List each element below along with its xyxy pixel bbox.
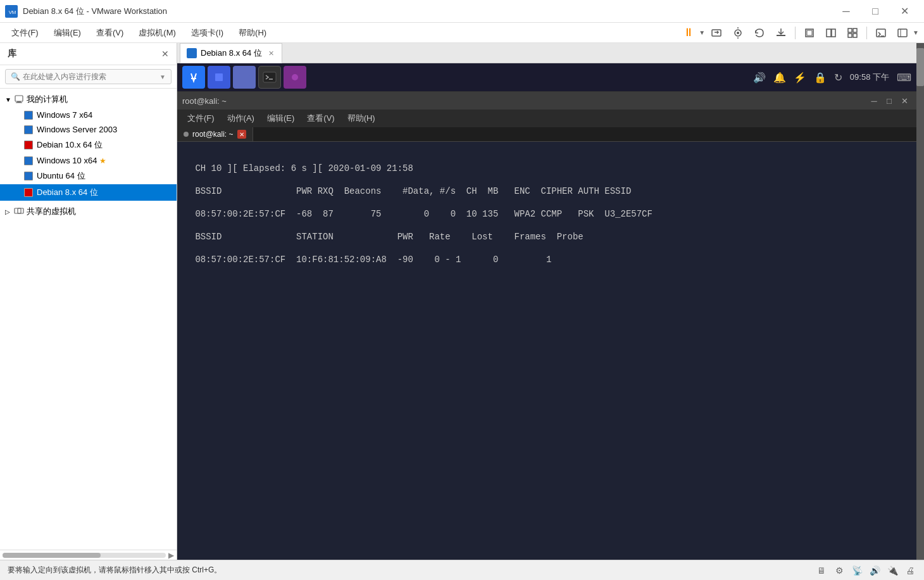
status-computer-icon[interactable]: 🖥	[815, 564, 828, 577]
terminal-menu-file[interactable]: 文件(F)	[182, 111, 220, 126]
view-mode-arrow[interactable]: ▼	[913, 29, 919, 36]
svg-rect-10	[827, 29, 831, 37]
status-settings-icon[interactable]: ⚙	[833, 564, 846, 577]
menu-help[interactable]: 帮助(H)	[232, 25, 273, 41]
revert-button[interactable]	[749, 24, 770, 42]
terminal-app-icon[interactable]	[258, 66, 281, 89]
split-view-button[interactable]	[821, 24, 841, 42]
expand-arrow: ▼	[5, 96, 14, 103]
terminal-window: root@kali: ~ ─ □ ✕ 文件(F) 动作(A) 编辑(E) 查看(…	[177, 92, 916, 560]
vm-tab-debian8[interactable]: Debian 8.x 64 位 ✕	[180, 43, 282, 63]
menu-view[interactable]: 查看(V)	[90, 25, 130, 41]
svg-rect-16	[877, 29, 885, 37]
menu-tabs[interactable]: 选项卡(I)	[185, 25, 230, 41]
sidebar-item-debian8[interactable]: Debian 8.x 64 位	[0, 184, 177, 201]
purple-app-icon[interactable]	[284, 66, 306, 89]
term-line-2: CH 10 ][ Elapsed: 6 s ][ 2020-01-09 21:5…	[190, 163, 904, 173]
vm-name: Debian 10.x 64 位	[37, 139, 103, 151]
sidebar-item-debian10[interactable]: Debian 10.x 64 位	[0, 137, 177, 153]
terminal-content[interactable]: CH 10 ][ Elapsed: 6 s ][ 2020-01-09 21:5…	[177, 142, 916, 560]
terminal-icon	[262, 70, 277, 85]
sidebar-item-my-computer[interactable]: ▼ 我的计算机	[0, 91, 177, 108]
close-button[interactable]: ✕	[890, 0, 919, 23]
status-bar-icons: 🖥 ⚙ 📡 🔊 🔌 🖨	[815, 564, 916, 577]
minimize-button[interactable]: ─	[832, 0, 861, 23]
search-dropdown-arrow[interactable]: ▼	[159, 73, 166, 80]
terminal-tab-1[interactable]: root@kali: ~ ✕	[177, 127, 253, 141]
download-button[interactable]	[771, 24, 791, 42]
folder-app-icon[interactable]	[233, 66, 256, 89]
vm-tab-bar: Debian 8.x 64 位 ✕	[177, 43, 916, 63]
snapshot-icon	[732, 27, 744, 39]
pause-arrow[interactable]: ▼	[699, 29, 705, 36]
sidebar-item-win10[interactable]: Windows 10 x64 ★	[0, 153, 177, 168]
blue-rect-app-icon[interactable]	[208, 66, 230, 89]
send-icon	[711, 27, 722, 39]
status-network-icon[interactable]: 📡	[851, 564, 863, 577]
search-input[interactable]	[23, 72, 159, 81]
vm-debian-icon	[24, 188, 33, 197]
lock-icon[interactable]: 🔒	[814, 72, 827, 84]
sidebar-scrollbar[interactable]: ▶	[0, 550, 177, 560]
terminal-tab-close-button[interactable]: ✕	[237, 130, 246, 139]
vm-ubuntu-icon	[24, 172, 33, 180]
terminal-menu-view[interactable]: 查看(V)	[302, 111, 339, 126]
svg-rect-14	[848, 34, 852, 37]
unity-icon	[847, 27, 858, 39]
terminal-menu: 文件(F) 动作(A) 编辑(E) 查看(V) 帮助(H)	[177, 110, 916, 127]
svg-point-31	[292, 74, 298, 80]
sidebar-item-shared-vms[interactable]: ▷ 共享的虚拟机	[0, 203, 177, 220]
volume-icon[interactable]: 🔊	[753, 72, 766, 84]
term-line-10: 08:57:00:2E:57:CF 10:F6:81:52:09:A8 -90 …	[190, 255, 904, 265]
status-usb-icon[interactable]: 🔌	[886, 564, 899, 577]
sidebar-item-ubuntu[interactable]: Ubuntu 64 位	[0, 168, 177, 184]
terminal-menu-action[interactable]: 动作(A)	[222, 111, 259, 126]
sidebar-item-win7[interactable]: Windows 7 x64	[0, 108, 177, 122]
vm-area: Debian 8.x 64 位 ✕	[177, 43, 916, 560]
status-volume2-icon[interactable]: 🔊	[868, 564, 881, 577]
status-printer-icon[interactable]: 🖨	[904, 564, 916, 577]
terminal-close-button[interactable]: ✕	[897, 94, 911, 107]
menu-file[interactable]: 文件(F)	[5, 25, 45, 41]
svg-rect-2	[712, 30, 721, 36]
computer-icon	[14, 94, 24, 104]
console-icon	[875, 27, 887, 39]
terminal-minimize-button[interactable]: ─	[867, 94, 881, 107]
view-mode-button[interactable]	[892, 24, 913, 42]
svg-point-5	[737, 32, 739, 34]
vm-vertical-scrollbar[interactable]	[916, 43, 924, 560]
power-icon[interactable]: ⚡	[794, 72, 806, 84]
console-button[interactable]	[871, 24, 891, 42]
menu-vm[interactable]: 虚拟机(M)	[132, 25, 182, 41]
vm-screen[interactable]: 🔊 🔔 ⚡ 🔒 ↻ 09:58 下午 ⌨ root@kali: ~ ─ □	[177, 63, 916, 560]
refresh-icon[interactable]: ↻	[834, 72, 842, 84]
terminal-menu-edit[interactable]: 编辑(E)	[262, 111, 299, 126]
term-line-9	[190, 243, 904, 253]
pause-button[interactable]: ⏸	[678, 24, 699, 42]
status-bar: 要将输入定向到该虚拟机，请将鼠标指针移入其中或按 Ctrl+G。 🖥 ⚙ 📡 🔊…	[0, 560, 924, 580]
unity-button[interactable]	[842, 24, 863, 42]
scrollbar-thumb[interactable]	[916, 48, 924, 86]
bell-icon[interactable]: 🔔	[773, 72, 786, 84]
sidebar-item-label: 我的计算机	[27, 94, 68, 105]
terminal-menu-help[interactable]: 帮助(H)	[342, 111, 380, 126]
vm-taskbar: 🔊 🔔 ⚡ 🔒 ↻ 09:58 下午 ⌨	[177, 63, 916, 92]
kali-app-icon[interactable]	[182, 66, 205, 89]
terminal-maximize-button[interactable]: □	[882, 94, 896, 107]
sidebar-close-button[interactable]: ✕	[161, 49, 169, 59]
vm-tab-close-button[interactable]: ✕	[268, 49, 274, 58]
sidebar-item-winserver2003[interactable]: Windows Server 2003	[0, 122, 177, 137]
send-ctrl-alt-del-button[interactable]	[706, 24, 727, 42]
svg-rect-28	[263, 72, 276, 82]
full-screen-button[interactable]	[799, 24, 820, 42]
menu-edit[interactable]: 编辑(E)	[47, 25, 87, 41]
app-icon: VM	[5, 5, 18, 18]
pause-button-group: ⏸ ▼	[678, 24, 705, 42]
snapshot-button[interactable]	[728, 24, 748, 42]
vm-name: Windows 10 x64	[37, 156, 97, 165]
sidebar-search-area: 🔍 ▼	[0, 65, 177, 89]
scroll-right-arrow[interactable]: ▶	[168, 551, 174, 560]
keyboard-icon[interactable]: ⌨	[897, 72, 911, 84]
maximize-button[interactable]: □	[861, 0, 890, 23]
vm-tab-icon	[187, 48, 197, 58]
